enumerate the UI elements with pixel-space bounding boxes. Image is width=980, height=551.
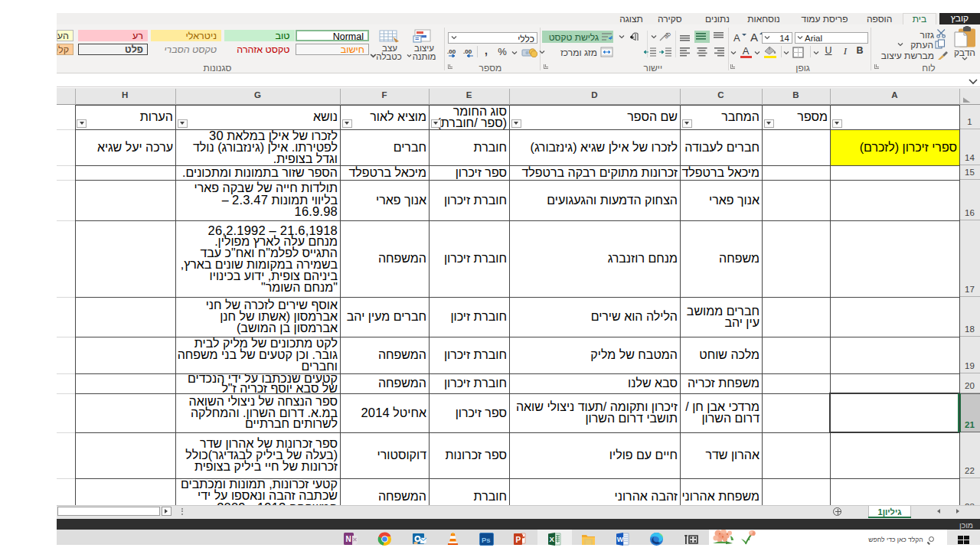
svg-text:A: A xyxy=(733,32,740,43)
svg-text:.00: .00 xyxy=(463,48,472,55)
svg-text:P: P xyxy=(516,536,521,544)
svg-text:A: A xyxy=(750,31,758,43)
svg-text:X: X xyxy=(550,535,555,543)
svg-text:.00: .00 xyxy=(447,48,456,55)
svg-text:Ps: Ps xyxy=(482,536,491,544)
svg-text:W: W xyxy=(617,536,624,543)
svg-text:ab: ab xyxy=(662,31,672,41)
svg-text:N: N xyxy=(346,535,351,543)
